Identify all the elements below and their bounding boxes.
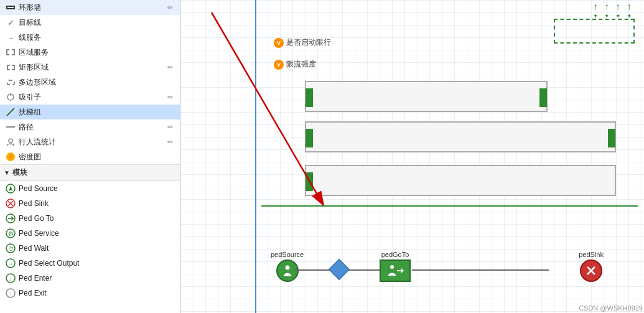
ped-wait-icon: ⏱ [5,243,16,254]
green-dashed-rect-top [554,19,635,44]
sidebar-item-ped-service[interactable]: ⚙ Ped Service [0,226,180,241]
sidebar-label-ped-select-output: Ped Select Output [19,259,175,268]
ped-enter-icon: ↓ [5,273,16,284]
svg-text:↑: ↑ [9,291,12,297]
transport-rect-1 [305,81,548,112]
sidebar-item-density[interactable]: 密度图 [0,149,180,164]
edit-icon-path[interactable]: ✏ [165,122,175,132]
sidebar-label-ped-exit: Ped Exit [19,289,175,297]
sidebar-item-attractor[interactable]: 吸引子 ✏ [0,90,180,105]
ped-source-icon: ♟ [5,183,16,194]
sidebar-item-ring-wall[interactable]: 环形墙 ✏ [0,0,180,15]
stats-icon [5,136,16,147]
svg-point-4 [9,139,12,142]
var-item-1: V 是否启动限行 [274,37,331,48]
sidebar-item-ped-sink[interactable]: Ped Sink [0,196,180,211]
rect-area-icon [5,62,16,73]
svg-text:↓: ↓ [9,276,12,282]
green-arrow-4: ↑ ✦ [627,1,632,19]
svg-point-24 [390,265,394,269]
var-circle-1: V [274,38,284,48]
sidebar-item-poly-area[interactable]: 多边形区域 [0,75,180,90]
ped-source-label: pedSource [271,251,304,258]
svg-text:⚙: ⚙ [8,230,14,237]
canvas-grid [180,0,644,313]
sidebar-label-poly-area: 多边形区域 [19,77,175,88]
sidebar-item-ped-enter[interactable]: ↓ Ped Enter [0,271,180,286]
svg-text:→: → [8,261,14,267]
sidebar: 环形墙 ✏ ✓ 目标线 --- 线服务 区域服务 矩形区域 [0,0,180,313]
svg-line-2 [7,108,14,116]
area-service-icon [5,47,16,58]
ped-diamond[interactable] [329,259,350,280]
green-arrow-3: ↑ ✦ [615,1,620,19]
edit-icon-ped-stats[interactable]: ✏ [165,137,175,147]
ped-service-icon: ⚙ [5,228,16,239]
ped-sink-circle[interactable] [580,259,602,282]
var-label-2: 限流强度 [286,59,316,70]
sidebar-item-escalator[interactable]: 扶梯组 [0,105,180,119]
sidebar-item-ped-wait[interactable]: ⏱ Ped Wait [0,241,180,256]
sidebar-item-ped-stats[interactable]: 行人流统计 ✏ [0,134,180,149]
var-item-2: V 限流强度 [274,59,316,70]
blue-vertical-line [255,0,256,313]
ped-goto-rect[interactable] [380,259,411,282]
svg-point-23 [285,266,289,270]
sidebar-label-line-service: 线服务 [19,32,175,43]
sidebar-label-ped-goto: Ped Go To [19,214,175,223]
ped-goto-element[interactable]: pedGoTo [380,251,411,282]
sidebar-label-ped-service: Ped Service [19,229,175,238]
sidebar-label-density: 密度图 [19,152,175,162]
ped-goto-label: pedGoTo [381,251,409,258]
sidebar-label-ped-sink: Ped Sink [19,199,175,208]
svg-marker-26 [401,268,404,273]
sidebar-label-escalator: 扶梯组 [19,107,175,118]
sidebar-item-rect-area[interactable]: 矩形区域 ✏ [0,60,180,75]
sidebar-item-line-service[interactable]: --- 线服务 [0,30,180,45]
svg-text:⏱: ⏱ [8,246,14,252]
section-arrow: ▼ [4,169,10,176]
sidebar-item-area-service[interactable]: 区域服务 [0,45,180,60]
watermark: CSDN @WSKH0929 [579,304,643,312]
transport-rect-2 [305,121,616,152]
sidebar-label-path: 路径 [19,122,165,133]
sidebar-label-ped-enter: Ped Enter [19,274,175,283]
main-canvas[interactable]: V 是否启动限行 V 限流强度 ↑ ✦ ↑ ✦ ↑ ✦ ↑ ✦ [180,0,644,313]
sidebar-item-ped-source[interactable]: ♟ Ped Source [0,181,180,196]
sidebar-item-ped-exit[interactable]: ↑ Ped Exit [0,286,180,301]
sidebar-item-path[interactable]: 路径 ✏ [0,119,180,134]
green-arrow-2: ↑ ✦ [604,1,609,19]
ped-source-circle[interactable] [276,259,299,282]
h-green-line-main [261,205,638,207]
ped-goto-icon [5,213,16,224]
poly-area-icon [5,77,16,88]
sidebar-label-area-service: 区域服务 [19,47,175,58]
ped-source-element[interactable]: pedSource [271,251,304,282]
target-icon: ✓ [5,17,16,28]
ped-diamond-element[interactable] [332,262,347,277]
sidebar-item-ped-select-output[interactable]: → Ped Select Output [0,256,180,271]
escalator-icon [5,106,16,118]
connector-1 [294,269,332,271]
sidebar-label-rect-area: 矩形区域 [19,62,165,73]
sidebar-label-ped-stats: 行人流统计 [19,137,165,147]
sidebar-item-ped-goto[interactable]: Ped Go To [0,211,180,226]
edit-icon-ring-wall[interactable]: ✏ [165,2,175,12]
var-label-1: 是否启动限行 [286,37,331,48]
section-module: ▼ 模块 [0,164,180,181]
edit-icon-attractor[interactable]: ✏ [165,92,175,102]
ped-sink-label: pedSink [579,251,604,258]
ped-exit-icon: ↑ [5,287,16,299]
section-module-label: 模块 [12,167,27,178]
sidebar-label-attractor: 吸引子 [19,92,165,103]
sidebar-label-ped-wait: Ped Wait [19,244,175,253]
path-icon [5,121,16,133]
edit-icon-rect-area[interactable]: ✏ [165,62,175,72]
ped-sink-element[interactable]: pedSink [579,251,604,282]
transport-rect-3 [305,165,616,196]
density-icon [5,151,16,162]
sidebar-item-target-line[interactable]: ✓ 目标线 [0,15,180,30]
wall-icon [5,2,16,13]
attractor-icon [5,91,16,103]
svg-text:♟: ♟ [8,185,13,192]
